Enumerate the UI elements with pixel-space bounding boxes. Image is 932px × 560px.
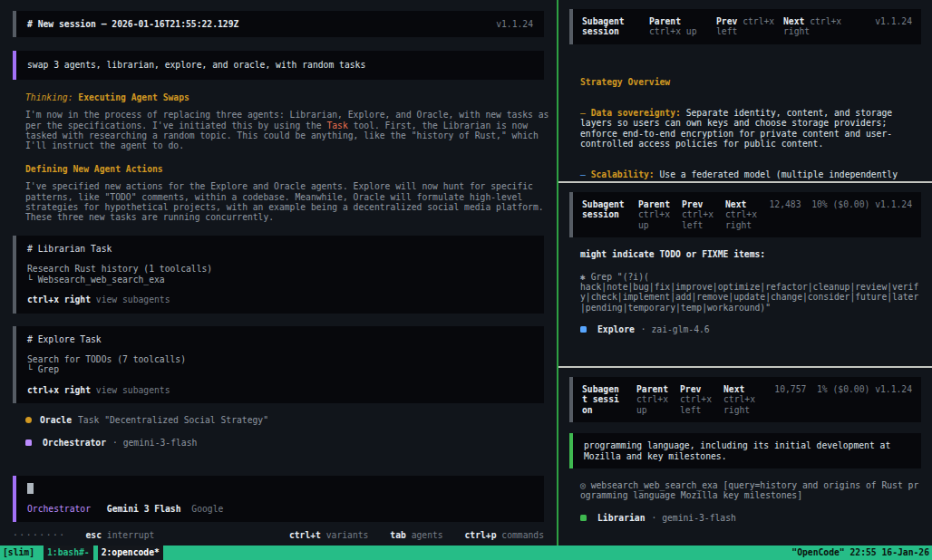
subagent-header[interactable]: Subagent session Parent ctrl+x up Prev c… — [569, 192, 921, 237]
keybind-keys: ctrl+x left — [680, 394, 712, 414]
subagent-header[interactable]: Subagent session Parent ctrl+x up Prev c… — [569, 9, 921, 44]
bullet-label: Data sovereignty: — [591, 108, 681, 118]
explore-agent-line: Explore · zai-glm-4.6 — [580, 324, 921, 334]
subagent-session-title: Subagent session — [582, 384, 624, 415]
spacer — [27, 254, 533, 264]
main-session-column: # New session — 2026-01-16T21:55:22.129Z… — [0, 0, 557, 546]
strategy-heading: Strategy Overview — [580, 77, 921, 87]
agent-model-text: · gemini-3-flash — [112, 438, 197, 448]
input-line[interactable] — [27, 483, 533, 496]
defining-body: I've specified new actions for the Explo… — [25, 181, 555, 223]
keybind-label: Parent — [636, 384, 668, 394]
librarian-square-icon — [580, 515, 587, 521]
user-message: swap 3 agents, librarian, explore, and o… — [13, 51, 544, 79]
task-summary: Search for TODOs (7 toolcalls) — [27, 354, 533, 364]
explore-output-line: might indicate TODO or FIXME items: — [580, 249, 921, 259]
next-nav-hint: Next ctrl+x right — [723, 384, 758, 415]
keybind-label: Next — [783, 16, 804, 26]
session-stats: v1.1.24 — [850, 16, 912, 26]
subagent-panel-explore: Subagent session Parent ctrl+x up Prev c… — [558, 181, 932, 366]
active-model-label: Gemini 3 Flash — [107, 504, 181, 514]
task-card-title: # Explore Task — [27, 334, 533, 344]
explore-task-card[interactable]: # Explore Task Search for TODOs (7 toolc… — [13, 326, 544, 404]
status-left: ········ esc interrupt — [13, 530, 154, 540]
subagent-session-title: Subagent session — [582, 16, 642, 37]
oracle-bullet-icon — [25, 417, 32, 423]
task-tool-line: └ Websearch_web_search_exa — [27, 275, 533, 285]
keybind-label: Next — [723, 384, 744, 394]
next-nav-hint: Next ctrl+x right — [783, 16, 843, 37]
agent-name: Oracle — [40, 415, 72, 425]
keybind-action: view subagents — [96, 385, 170, 395]
task-summary: Research Rust history (1 toolcalls) — [27, 264, 533, 274]
spacer — [27, 375, 533, 385]
session-title: # New session — 2026-01-16T21:55:22.129Z — [27, 19, 238, 29]
esc-action-label: interrupt — [107, 530, 155, 540]
session-stats: 12,483 10% ($0.00) v1.1.24 — [769, 199, 912, 209]
prompt-input[interactable]: Orchestrator Gemini 3 Flash Google — [13, 476, 544, 522]
spacer — [27, 285, 533, 294]
prev-nav-hint: Prev ctrl+x left — [682, 199, 716, 230]
active-agent-label: Orchestrator — [27, 504, 91, 514]
task-card-title: # Librarian Task — [27, 244, 533, 254]
subagent-session-title: Subagent session — [582, 199, 629, 220]
keybind-label: Next — [725, 199, 746, 209]
task-tool-ref: Task — [326, 121, 347, 130]
librarian-task-card[interactable]: # Librarian Task Research Rust history (… — [13, 236, 544, 314]
keybind-label: ctrl+t — [289, 530, 321, 540]
thinking-label: Thinking: — [25, 92, 73, 102]
parent-nav-hint: Parent ctrl+x up — [636, 384, 671, 415]
prev-nav-hint: Prev ctrl+x left — [716, 16, 776, 37]
subagent-panel-librarian: Subagent session Parent ctrl+x up Prev c… — [558, 366, 932, 546]
status-right: ctrl+t variants tab agents ctrl+p comman… — [273, 530, 544, 540]
bullet-label: Scalability: — [591, 169, 655, 179]
session-stats: 10,757 1% ($0.00) v1.1.24 — [767, 384, 912, 394]
keybind-keys: ctrl+x left — [682, 209, 714, 229]
keybind-action: agents — [412, 530, 443, 540]
keybind-label: Parent — [649, 16, 681, 26]
thinking-body: I'm now in the process of replacing thre… — [25, 110, 555, 151]
task-tool-line: └ Grep — [27, 364, 533, 374]
oracle-output: Strategy Overview – Data sovereignty: Se… — [580, 56, 921, 181]
subagent-header[interactable]: Subagent session Parent ctrl+x up Prev c… — [569, 377, 921, 422]
tmux-session-name: [slim] — [0, 547, 39, 557]
grep-tool-call: ✱ Grep "(?i)( hack|note|bug|fix|improve|… — [580, 272, 921, 314]
keybind-keys: ctrl+x right — [723, 394, 755, 414]
provider-label: Google — [191, 504, 223, 514]
prev-nav-hint: Prev ctrl+x left — [680, 384, 714, 415]
task-hint: ctrl+x right view subagents — [27, 385, 533, 395]
librarian-agent-line: Librarian · gemini-3-flash — [580, 513, 921, 523]
keybind-action: variants — [326, 530, 369, 540]
orchestrator-line[interactable]: Orchestrator · gemini-3-flash — [25, 438, 544, 448]
esc-key-label: esc — [86, 530, 102, 540]
tmux-window-bash[interactable]: 1:bash#- — [44, 546, 93, 560]
dash-icon: – — [580, 108, 591, 118]
keybind-label: Parent — [638, 199, 670, 209]
keybind-label: ctrl+x right — [27, 385, 91, 395]
agent-name: Librarian — [597, 513, 646, 523]
agent-task-text: Task "Decentralized Social Strategy" — [78, 415, 268, 425]
input-meta: Orchestrator Gemini 3 Flash Google — [27, 504, 533, 514]
status-bar: ········ esc interrupt ctrl+t variants t… — [13, 530, 544, 540]
variants-hint: ctrl+t variants — [289, 530, 374, 540]
keybind-label: ctrl+x right — [27, 294, 91, 304]
orchestrator-square-icon — [25, 439, 32, 446]
tmux-status-bar: [slim] 1:bash#- 2:opencode* "OpenCode" 2… — [0, 546, 932, 560]
subagent-column: Subagent session Parent ctrl+x up Prev c… — [558, 0, 932, 546]
keybind-action: view subagents — [96, 294, 170, 304]
keybind-keys: ctrl+x up — [636, 394, 668, 414]
agent-name: Orchestrator — [43, 438, 106, 448]
subagent-panel-oracle: Subagent session Parent ctrl+x up Prev c… — [558, 0, 932, 181]
keybind-action: commands — [501, 530, 544, 540]
commands-hint: ctrl+p commands — [464, 530, 544, 540]
keybind-label: ctrl+p — [464, 530, 496, 540]
session-header: # New session — 2026-01-16T21:55:22.129Z… — [13, 11, 544, 37]
oracle-task-line[interactable]: Oracle Task "Decentralized Social Strate… — [25, 415, 544, 425]
spacer — [27, 344, 533, 354]
parent-nav-hint: Parent ctrl+x up — [638, 199, 673, 230]
tmux-window-opencode[interactable]: 2:opencode* — [98, 546, 163, 560]
keybind-keys: ctrl+x up — [638, 209, 670, 229]
task-hint: ctrl+x right view subagents — [27, 294, 533, 304]
opencode-app: # New session — 2026-01-16T21:55:22.129Z… — [0, 0, 932, 546]
keybind-label: Prev — [680, 384, 701, 394]
